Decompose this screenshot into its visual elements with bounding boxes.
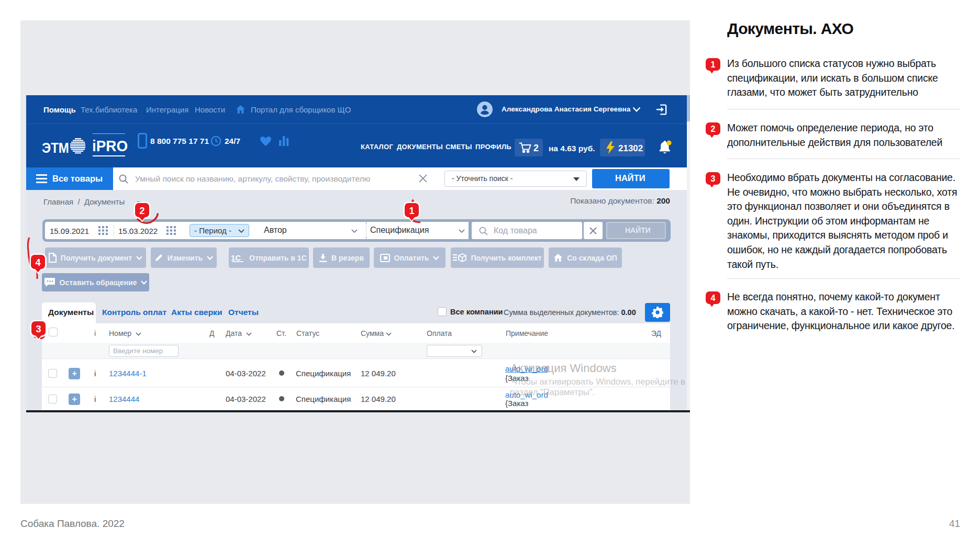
svg-text:3: 3 — [711, 174, 716, 183]
svg-text:4: 4 — [35, 257, 40, 268]
svg-text:1: 1 — [409, 206, 414, 216]
svg-text:2: 2 — [139, 206, 144, 216]
svg-text:2: 2 — [711, 125, 716, 133]
svg-text:1С: 1С — [231, 253, 241, 262]
svg-text:3: 3 — [36, 324, 41, 334]
svg-text:4: 4 — [711, 294, 716, 302]
svg-text:1: 1 — [711, 60, 716, 69]
